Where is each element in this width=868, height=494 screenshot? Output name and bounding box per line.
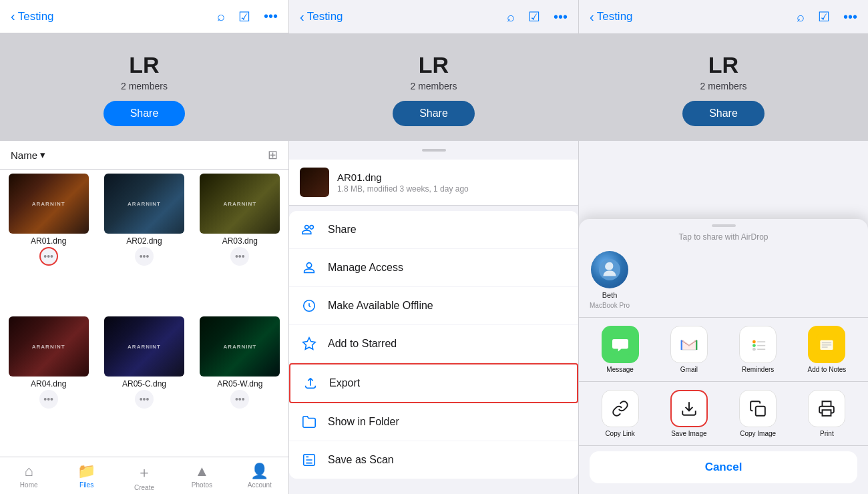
file-name: AR05-W.dng xyxy=(217,379,262,389)
nav-actions-3: ⌕ ☑ ••• xyxy=(797,9,857,25)
back-button-1[interactable]: ‹ Testing xyxy=(11,9,54,24)
menu-item-manage-access[interactable]: Manage Access xyxy=(289,249,578,287)
action-item-save-image[interactable]: Save Image xyxy=(658,390,719,437)
menu-item-show-folder-label: Show in Folder xyxy=(328,416,399,428)
context-menu-scroll: Share Manage Access Make Available Of xyxy=(289,206,578,494)
more-icon-2[interactable]: ••• xyxy=(554,9,568,25)
panel-share-sheet: ‹ Testing ⌕ ☑ ••• LR 2 members Share Tap… xyxy=(579,0,868,494)
action-label-copy-image: Copy Image xyxy=(740,430,776,437)
svg-marker-1 xyxy=(303,338,315,349)
tab-account-label: Account xyxy=(248,481,272,489)
check-icon-1[interactable]: ☑ xyxy=(238,9,250,25)
app-grid: Message Gmail xyxy=(579,318,868,382)
svg-point-11 xyxy=(752,344,756,347)
app-label-gmail: Gmail xyxy=(680,366,698,373)
airdrop-avatar xyxy=(591,251,628,288)
app-label-reminders: Reminders xyxy=(742,366,774,373)
file-more-button[interactable]: ••• xyxy=(39,390,58,409)
airdrop-avatar-inner xyxy=(591,251,628,288)
search-icon-2[interactable]: ⌕ xyxy=(507,9,515,25)
action-item-copy-link[interactable]: Copy Link xyxy=(590,390,650,437)
app-item-messages[interactable]: Message xyxy=(590,326,650,373)
grid-view-icon-1[interactable]: ⊞ xyxy=(268,148,278,162)
cancel-button[interactable]: Cancel xyxy=(590,451,857,483)
folder-title-3: LR xyxy=(708,52,738,78)
tab-photos-label: Photos xyxy=(192,481,212,489)
panel-files: ‹ Testing ⌕ ☑ ••• LR 2 members Share Nam… xyxy=(0,0,289,494)
app-item-reminders[interactable]: Reminders xyxy=(728,326,789,373)
app-label-notes: Add to Notes xyxy=(807,366,846,373)
print-icon xyxy=(808,390,845,427)
tab-photos[interactable]: ▲ Photos xyxy=(173,463,230,491)
svg-rect-22 xyxy=(823,410,831,416)
file-name: AR04.dng xyxy=(31,379,66,389)
starred-icon xyxy=(300,334,318,353)
file-more-button[interactable]: ••• xyxy=(135,390,154,409)
tab-create[interactable]: ＋ Create xyxy=(116,463,173,491)
show-folder-icon xyxy=(300,413,318,431)
list-item: ARARNINT AR01.dng ••• xyxy=(1,171,95,312)
svg-point-13 xyxy=(752,348,756,351)
manage-access-icon xyxy=(300,258,318,277)
create-icon: ＋ xyxy=(137,463,152,483)
menu-item-save-scan[interactable]: Save as Scan xyxy=(289,441,578,479)
folder-header-3: LR 2 members Share xyxy=(579,33,868,141)
folder-members-1: 2 members xyxy=(121,81,168,91)
save-image-icon xyxy=(670,390,708,427)
airdrop-row: Beth MacBook Pro xyxy=(579,246,868,318)
file-more-button[interactable]: ••• xyxy=(230,247,249,266)
airdrop-name: Beth xyxy=(602,291,618,299)
action-item-copy-image[interactable]: Copy Image xyxy=(728,390,789,437)
airdrop-contact[interactable]: Beth MacBook Pro xyxy=(590,251,630,309)
file-name: AR01.dng xyxy=(31,236,66,246)
nav-back-label-1: Testing xyxy=(18,10,54,23)
file-thumbnail: ARARNINT xyxy=(9,174,89,234)
airdrop-label: Tap to share with AirDrop xyxy=(579,227,868,246)
check-icon-2[interactable]: ☑ xyxy=(528,9,540,25)
share-button-2[interactable]: Share xyxy=(393,101,475,126)
folder-title-2: LR xyxy=(419,52,449,78)
app-label-messages: Message xyxy=(606,366,634,373)
file-more-button[interactable]: ••• xyxy=(39,247,58,266)
tab-account[interactable]: 👤 Account xyxy=(231,463,288,491)
file-more-button[interactable]: ••• xyxy=(230,390,249,409)
more-icon-1[interactable]: ••• xyxy=(264,9,278,24)
sort-name-1[interactable]: Name ▾ xyxy=(11,149,45,161)
folder-members-3: 2 members xyxy=(700,81,746,91)
tab-files[interactable]: 📁 Files xyxy=(57,463,115,491)
menu-item-export[interactable]: Export xyxy=(289,363,578,403)
menu-item-offline[interactable]: Make Available Offline xyxy=(289,287,578,325)
back-button-3[interactable]: ‹ Testing xyxy=(590,9,633,25)
share-button-1[interactable]: Share xyxy=(103,101,186,126)
folder-title-1: LR xyxy=(129,52,159,78)
sort-bar-1: Name ▾ ⊞ xyxy=(0,141,288,170)
menu-item-starred-label: Add to Starred xyxy=(328,338,397,350)
back-button-2[interactable]: ‹ Testing xyxy=(300,9,343,25)
check-icon-3[interactable]: ☑ xyxy=(818,9,830,25)
folder-members-2: 2 members xyxy=(410,81,457,91)
share-button-3[interactable]: Share xyxy=(682,101,765,126)
search-icon-1[interactable]: ⌕ xyxy=(217,9,225,24)
menu-item-share[interactable]: Share xyxy=(289,211,578,249)
context-file-thumbnail xyxy=(300,168,329,197)
menu-item-starred[interactable]: Add to Starred xyxy=(289,325,578,363)
action-item-print[interactable]: Print xyxy=(797,390,857,437)
tab-home[interactable]: ⌂ Home xyxy=(0,463,57,491)
folder-header-1: LR 2 members Share xyxy=(0,33,288,141)
svg-rect-8 xyxy=(747,334,769,355)
app-item-notes[interactable]: Add to Notes xyxy=(797,326,857,373)
more-icon-3[interactable]: ••• xyxy=(843,9,857,25)
file-name: AR03.dng xyxy=(222,236,258,246)
file-more-button[interactable]: ••• xyxy=(135,247,154,266)
context-file-name: AR01.dng xyxy=(337,172,469,183)
nav-bar-2: ‹ Testing ⌕ ☑ ••• xyxy=(289,0,578,33)
nav-back-label-2: Testing xyxy=(307,10,343,23)
tab-home-label: Home xyxy=(20,481,38,489)
tab-files-label: Files xyxy=(79,481,93,489)
airdrop-sub: MacBook Pro xyxy=(590,302,630,309)
app-item-gmail[interactable]: Gmail xyxy=(658,326,719,373)
action-label-save-image: Save Image xyxy=(671,430,706,437)
svg-point-9 xyxy=(752,340,756,344)
search-icon-3[interactable]: ⌕ xyxy=(797,9,805,25)
menu-item-show-folder[interactable]: Show in Folder xyxy=(289,403,578,441)
